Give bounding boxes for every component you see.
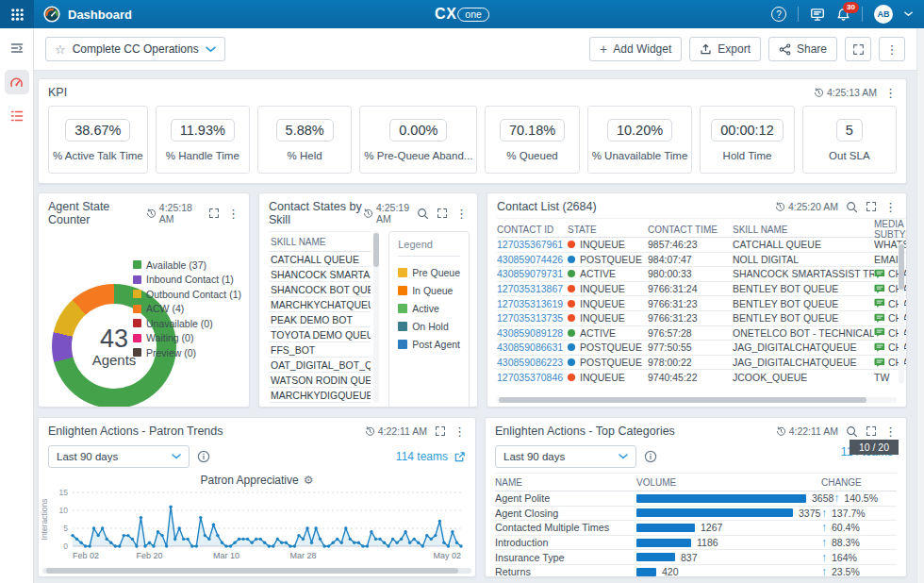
- app-launcher-button[interactable]: [0, 0, 34, 28]
- data-point[interactable]: [246, 538, 249, 541]
- column-header[interactable]: NAME: [495, 477, 636, 488]
- patron-line-chart[interactable]: 051015InteractionsFeb 02Feb 20Mar 10Mar …: [39, 488, 468, 567]
- export-button[interactable]: Export: [689, 37, 761, 61]
- data-point[interactable]: [148, 541, 151, 544]
- expand-icon[interactable]: [435, 425, 446, 437]
- data-point[interactable]: [370, 530, 372, 533]
- refresh-timestamp-icon[interactable]: [363, 208, 373, 219]
- dashboard-selector[interactable]: ☆ Complete CC Operations: [45, 37, 225, 61]
- data-point[interactable]: [344, 526, 347, 529]
- contact-id-link[interactable]: 430859086631: [497, 341, 568, 353]
- data-point[interactable]: [143, 544, 146, 547]
- table-row[interactable]: Introduction1186↑88.3%: [495, 536, 897, 551]
- table-row[interactable]: Agent Polite3658↑140.5%: [495, 491, 897, 507]
- refresh-timestamp-icon[interactable]: [146, 208, 157, 219]
- data-point[interactable]: [387, 544, 389, 547]
- data-point[interactable]: [178, 526, 181, 529]
- data-point[interactable]: [126, 534, 129, 537]
- kpi-card[interactable]: 0.00%% Pre-Queue Aband...: [359, 106, 477, 174]
- kpi-card[interactable]: 70.18%% Queued: [485, 106, 579, 174]
- kpi-card[interactable]: 00:00:12Hold Time: [700, 106, 794, 174]
- kpi-card[interactable]: 11.93%% Handle Time: [156, 106, 250, 174]
- data-point[interactable]: [165, 544, 168, 547]
- data-point[interactable]: [212, 524, 215, 526]
- contact-id-link[interactable]: 430859089128: [497, 327, 568, 339]
- kpi-card[interactable]: 38.67%% Active Talk Time: [48, 106, 148, 174]
- expand-icon[interactable]: [866, 425, 877, 437]
- data-point[interactable]: [336, 538, 338, 541]
- table-row[interactable]: 127035313619INQUEUE9766:31:23BENTLEY BOT…: [497, 296, 906, 311]
- data-point[interactable]: [413, 538, 416, 541]
- data-point[interactable]: [366, 544, 369, 547]
- skill-row[interactable]: PEAK DEMO BOT: [269, 312, 371, 327]
- kebab-icon[interactable]: ⋮: [884, 201, 897, 213]
- data-point[interactable]: [400, 538, 403, 541]
- table-row[interactable]: Contacted Multiple Times1267↑60.4%: [495, 521, 897, 536]
- data-point[interactable]: [272, 544, 274, 547]
- data-point[interactable]: [357, 541, 360, 544]
- data-point[interactable]: [459, 544, 462, 547]
- data-point[interactable]: [182, 538, 185, 541]
- table-row[interactable]: Insurance Type837↑164%: [495, 550, 897, 565]
- skill-row[interactable]: MARCHKYCHATQUEUE: [269, 297, 371, 312]
- column-header[interactable]: VOLUME: [636, 477, 821, 488]
- share-button[interactable]: Share: [768, 37, 837, 61]
- data-point[interactable]: [353, 541, 355, 544]
- expand-icon[interactable]: [866, 201, 877, 212]
- avatar[interactable]: AB: [874, 5, 893, 24]
- data-point[interactable]: [417, 541, 420, 544]
- teams-link[interactable]: 114 teams: [396, 450, 466, 463]
- data-point[interactable]: [241, 538, 244, 541]
- data-point[interactable]: [233, 541, 236, 544]
- data-point[interactable]: [204, 534, 206, 537]
- contact-id-link[interactable]: 430859074426: [497, 254, 568, 265]
- data-point[interactable]: [305, 526, 308, 529]
- table-row[interactable]: 430859079731ACTIVE980:00:33SHANCOCK SMAR…: [497, 267, 906, 282]
- data-point[interactable]: [314, 526, 317, 529]
- help-icon[interactable]: ?: [771, 7, 786, 22]
- column-header[interactable]: STATE: [568, 225, 648, 235]
- data-point[interactable]: [438, 520, 441, 523]
- data-point[interactable]: [101, 526, 104, 529]
- data-point[interactable]: [75, 538, 78, 541]
- kebab-icon[interactable]: ⋮: [227, 208, 239, 220]
- data-point[interactable]: [123, 534, 125, 537]
- data-point[interactable]: [378, 538, 381, 541]
- vertical-scrollbar[interactable]: [899, 242, 904, 384]
- data-point[interactable]: [140, 516, 142, 519]
- add-widget-button[interactable]: + Add Widget: [589, 37, 682, 61]
- data-point[interactable]: [447, 544, 450, 547]
- data-point[interactable]: [251, 541, 254, 544]
- table-row[interactable]: 127035313867INQUEUE9766:31:24BENTLEY BOT…: [497, 282, 906, 297]
- data-point[interactable]: [79, 541, 82, 544]
- data-point[interactable]: [216, 534, 219, 537]
- data-point[interactable]: [207, 538, 210, 541]
- vertical-scrollbar[interactable]: [373, 231, 379, 403]
- data-point[interactable]: [276, 538, 279, 541]
- page-scrollbar[interactable]: [916, 28, 924, 583]
- table-row[interactable]: 430859074426POSTQUEUE984:07:47NOLL DIGIT…: [497, 253, 906, 268]
- horizontal-scrollbar[interactable]: [497, 397, 897, 403]
- data-point[interactable]: [118, 544, 121, 547]
- data-point[interactable]: [340, 541, 343, 544]
- horizontal-scrollbar[interactable]: [42, 568, 471, 574]
- refresh-timestamp-icon[interactable]: [775, 202, 785, 212]
- column-header[interactable]: CONTACT TIME: [648, 225, 733, 235]
- skill-row[interactable]: OAT_DIGITAL_BOT_QUEUE: [269, 358, 371, 373]
- data-point[interactable]: [238, 538, 240, 541]
- data-point[interactable]: [285, 541, 288, 544]
- data-point[interactable]: [88, 544, 91, 547]
- data-point[interactable]: [131, 538, 134, 541]
- table-row[interactable]: 127035313735INQUEUE9766:31:23BENTLEY BOT…: [497, 311, 906, 326]
- data-point[interactable]: [289, 544, 291, 547]
- data-point[interactable]: [114, 544, 117, 547]
- data-point[interactable]: [451, 530, 454, 533]
- data-point[interactable]: [224, 544, 227, 547]
- kebab-icon[interactable]: ⋮: [884, 425, 897, 438]
- expand-icon[interactable]: [437, 208, 448, 219]
- data-point[interactable]: [361, 544, 364, 547]
- column-header[interactable]: MEDIA SUBTYPE: [874, 219, 906, 240]
- data-point[interactable]: [187, 538, 190, 541]
- skill-row[interactable]: SHANCOCK BOT QUEUE: [269, 282, 371, 297]
- data-point[interactable]: [408, 541, 411, 544]
